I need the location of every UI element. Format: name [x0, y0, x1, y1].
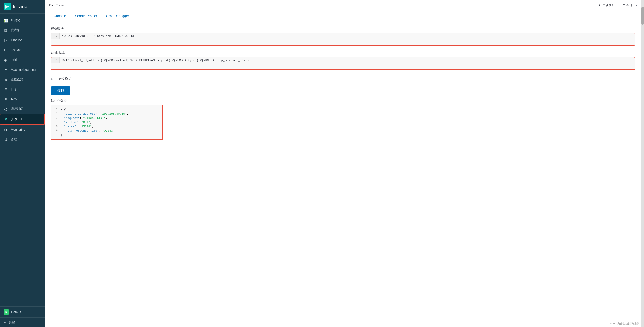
- content-area: 样例数据 1 192.168.80.10 GET /index.html 158…: [45, 22, 641, 327]
- kibana-logo-text: kibana: [13, 4, 28, 10]
- tab-search-profiler[interactable]: Search Profiler: [70, 11, 102, 22]
- maps-icon: ◉: [4, 58, 8, 62]
- canvas-icon: ⬡: [4, 48, 8, 52]
- json-line-7: 7 }: [52, 133, 162, 137]
- custom-patterns-header[interactable]: ► 自定义模式: [51, 75, 635, 83]
- devtools-icon: ⚙: [4, 117, 8, 122]
- prev-button[interactable]: ‹: [618, 3, 619, 8]
- apm-icon: ⌗: [4, 97, 8, 101]
- sidebar-item-label: 开发工具: [11, 117, 24, 121]
- sidebar-bottom: D Default: [0, 306, 45, 317]
- grok-mode-label: Grok 模式: [51, 51, 635, 55]
- page-title: Dev Tools: [49, 3, 64, 7]
- json-linenum-4: 4: [52, 121, 60, 124]
- sidebar-item-timelion[interactable]: ◳ Timelion: [0, 35, 45, 45]
- visualization-icon: 📊: [4, 18, 8, 23]
- json-linenum-2: 2: [52, 112, 60, 116]
- sidebar-item-label: Machine Learning: [11, 68, 36, 71]
- sidebar-item-ml[interactable]: ✦ Machine Learning: [0, 65, 45, 75]
- sidebar-item-maps[interactable]: ◉ 地图: [0, 55, 45, 65]
- json-linenum-3: 3: [52, 116, 60, 120]
- line-number-1: 1: [52, 33, 60, 39]
- user-label: Default: [11, 310, 21, 314]
- sidebar-item-label: 日志: [11, 87, 17, 91]
- sidebar-item-logs[interactable]: ≡ 日志: [0, 84, 45, 94]
- tabs-bar: Console Search Profiler Grok Debugger: [45, 11, 641, 22]
- sidebar-item-label: 仪表板: [11, 28, 20, 32]
- dashboard-icon: ▦: [4, 28, 8, 33]
- sidebar-nav: 📊 可视化 ▦ 仪表板 ◳ Timelion ⬡ Canvas ◉ 地图 ✦ M…: [0, 14, 45, 306]
- json-content-6: "http_response_time": "0.043": [60, 129, 162, 133]
- sidebar-item-uptime[interactable]: ◔ 运行时间: [0, 104, 45, 114]
- refresh-button[interactable]: ↻ 自动刷新: [599, 3, 614, 8]
- chevron-right-icon: ►: [51, 78, 54, 81]
- json-line-6: 6 "http_response_time": "0.043": [52, 129, 162, 133]
- today-label: 今日: [626, 3, 632, 8]
- sidebar-item-label: Canvas: [11, 48, 21, 52]
- sidebar-item-devtools[interactable]: ⚙ 开发工具: [0, 114, 45, 125]
- ml-icon: ✦: [4, 67, 8, 72]
- json-content-1: ▾ {: [60, 108, 162, 111]
- sidebar-item-dashboard[interactable]: ▦ 仪表板: [0, 25, 45, 35]
- sample-data-section: 样例数据 1 192.168.80.10 GET /index.html 158…: [51, 27, 635, 46]
- sidebar-item-infrastructure[interactable]: ⊕ 基础设施: [0, 75, 45, 84]
- structured-data-output: 1 ▾ { 2 "client_id_address": "192.168.80…: [51, 105, 163, 140]
- json-linenum-1: 1: [52, 108, 60, 111]
- json-linenum-7: 7: [52, 133, 60, 137]
- json-content-7: }: [60, 133, 162, 137]
- kibana-logo-icon: [4, 3, 11, 10]
- scrollbar-thumb[interactable]: [641, 7, 644, 25]
- sidebar-item-label: Timelion: [11, 38, 22, 42]
- json-line-4: 4 "method": "GET",: [52, 120, 162, 124]
- sidebar-item-canvas[interactable]: ⬡ Canvas: [0, 45, 45, 55]
- next-button[interactable]: ›: [636, 3, 637, 8]
- tab-grok-debugger[interactable]: Grok Debugger: [102, 11, 134, 22]
- svg-marker-0: [5, 5, 9, 9]
- structured-data-section: 结构化数据 1 ▾ { 2 "client_id_address": "192.…: [51, 99, 635, 140]
- sidebar-item-management[interactable]: ⚙ 管理: [0, 135, 45, 144]
- grok-pattern-line: 1 %{IP:client_id_address} %{WORD:method}…: [52, 57, 634, 63]
- json-content-3: "request": "/index.html",: [60, 116, 162, 120]
- grok-empty-line: 2: [52, 63, 634, 69]
- simulate-button[interactable]: 模拟: [51, 86, 70, 95]
- sample-data-line: 1 192.168.80.10 GET /index.html 15824 0.…: [52, 33, 634, 39]
- grok-pattern-content: %{IP:client_id_address} %{WORD:method} %…: [60, 57, 634, 63]
- sidebar-item-label: 管理: [11, 137, 17, 141]
- json-content-2: "client_id_address": "192.168.80.10",: [60, 112, 162, 116]
- sidebar-item-label: 基础设施: [11, 78, 23, 82]
- sidebar-item-label: 地图: [11, 58, 17, 62]
- grok-pattern-section: Grok 模式 1 %{IP:client_id_address} %{WORD…: [51, 51, 635, 70]
- json-line-5: 5 "bytes": "15824",: [52, 124, 162, 129]
- json-linenum-6: 6: [52, 129, 60, 133]
- management-icon: ⚙: [4, 137, 8, 142]
- scrollbar[interactable]: [641, 0, 644, 327]
- collapse-icon: ←: [4, 320, 7, 324]
- monitoring-icon: ◑: [4, 127, 8, 132]
- grok-pattern-editor[interactable]: 1 %{IP:client_id_address} %{WORD:method}…: [51, 57, 635, 70]
- sample-data-empty-line: 2: [52, 39, 634, 45]
- refresh-icon: ↻: [599, 4, 602, 7]
- tab-console[interactable]: Console: [49, 11, 70, 22]
- sample-data-editor[interactable]: 1 192.168.80.10 GET /index.html 15824 0.…: [51, 33, 635, 46]
- json-line-3: 3 "request": "/index.html",: [52, 116, 162, 120]
- collapse-btn[interactable]: ← 折叠: [0, 317, 45, 327]
- infrastructure-icon: ⊕: [4, 77, 8, 82]
- sidebar-item-label: APM: [11, 97, 18, 101]
- logo-area: kibana: [0, 0, 45, 14]
- collapse-label: 折叠: [9, 320, 15, 324]
- sidebar-item-monitoring[interactable]: ◑ Monitoring: [0, 125, 45, 135]
- sidebar: kibana 📊 可视化 ▦ 仪表板 ◳ Timelion ⬡ Canvas ◉…: [0, 0, 45, 327]
- json-linenum-5: 5: [52, 125, 60, 128]
- json-line-2: 2 "client_id_address": "192.168.80.10",: [52, 112, 162, 116]
- uptime-icon: ◔: [4, 107, 8, 111]
- sidebar-item-visualization[interactable]: 📊 可视化: [0, 16, 45, 25]
- main-content: Dev Tools ↻ 自动刷新 ‹ ⊙ 今日 › Console Search…: [45, 0, 641, 327]
- today-button[interactable]: ⊙ 今日: [623, 3, 632, 8]
- user-avatar: D: [4, 309, 9, 315]
- sample-data-label: 样例数据: [51, 27, 635, 31]
- clock-icon: ⊙: [623, 4, 625, 7]
- json-content-5: "bytes": "15824",: [60, 125, 162, 128]
- sidebar-item-apm[interactable]: ⌗ APM: [0, 94, 45, 104]
- sample-data-content: 192.168.80.10 GET /index.html 15824 0.04…: [60, 33, 634, 39]
- simulate-btn-wrapper: 模拟: [51, 83, 635, 99]
